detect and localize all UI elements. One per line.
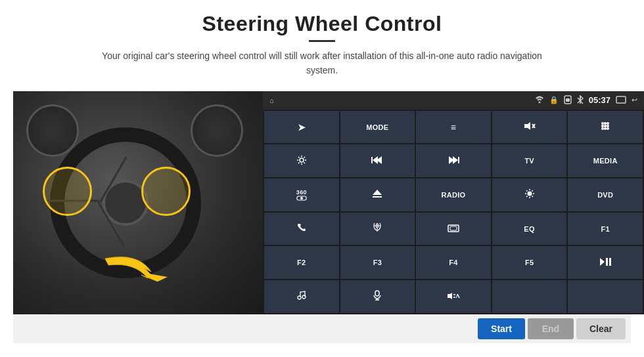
lock-icon: 🔒 [549, 96, 559, 104]
svg-point-13 [601, 127, 604, 130]
music-button[interactable] [264, 280, 339, 313]
send-icon: ➤ [298, 122, 306, 133]
f2-button[interactable]: F2 [264, 246, 339, 279]
svg-point-11 [604, 125, 607, 127]
next-button[interactable] [416, 144, 491, 177]
map-icon [372, 223, 382, 234]
eject-icon [372, 189, 382, 200]
sim-icon [564, 95, 572, 106]
screen-icon [616, 96, 626, 105]
gauge-right [191, 104, 243, 157]
f1-label: F1 [601, 225, 609, 233]
svg-point-8 [604, 122, 607, 125]
status-right: 🔒 05:37 ↩ [535, 95, 637, 106]
f4-button[interactable]: F4 [416, 246, 491, 279]
phone-button[interactable] [264, 213, 339, 245]
steering-wheel-image [13, 91, 263, 314]
f5-button[interactable]: F5 [492, 246, 567, 279]
svg-rect-19 [371, 157, 373, 163]
svg-marker-25 [373, 190, 382, 195]
back-icon[interactable]: ↩ [632, 96, 637, 104]
mute-icon [524, 121, 536, 133]
status-left: ⌂ [269, 96, 274, 104]
dvd-label: DVD [597, 191, 613, 199]
clear-button[interactable]: Clear [576, 318, 626, 339]
dvd-button[interactable]: DVD [568, 178, 643, 211]
vol-toggle-icon: / [447, 291, 460, 302]
map-button[interactable] [340, 213, 415, 245]
action-bar: Start End Clear [13, 314, 631, 343]
media-label: MEDIA [593, 157, 618, 165]
tv-label: TV [524, 157, 534, 165]
svg-point-10 [601, 125, 604, 127]
status-time: 05:37 [589, 95, 610, 105]
highlight-circle-left [43, 167, 92, 216]
head-unit-panel: ⌂ 🔒 05:37 ↩ [263, 91, 644, 314]
home-icon[interactable]: ⌂ [269, 96, 274, 104]
svg-marker-50 [448, 293, 452, 299]
wifi-icon [535, 96, 544, 104]
svg-point-7 [601, 122, 604, 125]
page-subtitle: Your original car's steering wheel contr… [99, 49, 545, 78]
prev-button[interactable] [340, 144, 415, 177]
svg-point-16 [300, 158, 304, 162]
svg-rect-26 [373, 196, 382, 198]
radio-label: RADIO [442, 191, 466, 199]
media-button[interactable]: MEDIA [568, 144, 643, 177]
eject-button[interactable] [340, 178, 415, 211]
page-title: Steering Wheel Control [13, 12, 631, 36]
highlight-circle-right [141, 167, 191, 216]
svg-rect-43 [606, 258, 608, 266]
settings-icon [296, 155, 307, 167]
status-bar: ⌂ 🔒 05:37 ↩ [263, 91, 644, 110]
title-divider [309, 40, 335, 42]
f5-label: F5 [525, 259, 534, 266]
svg-line-33 [532, 196, 532, 197]
f3-label: F3 [373, 259, 382, 266]
list-button[interactable]: ≡ [416, 111, 491, 144]
empty-cell-2 [568, 280, 643, 313]
svg-line-35 [526, 196, 527, 197]
cam360-icon: 360 [296, 189, 307, 201]
page-container: Steering Wheel Control Your original car… [0, 0, 644, 357]
f2-label: F2 [297, 259, 306, 266]
svg-point-14 [604, 127, 607, 130]
vol-toggle-button[interactable]: / [416, 280, 491, 313]
radio-button[interactable]: RADIO [416, 178, 491, 211]
screen-mirror-icon [448, 224, 459, 234]
svg-line-32 [526, 191, 527, 192]
screen-mirror-button[interactable] [416, 213, 491, 245]
steering-bg [13, 91, 263, 314]
apps-button[interactable] [568, 111, 643, 144]
svg-rect-47 [375, 291, 379, 296]
phone-icon [297, 223, 306, 234]
yellow-arrow-icon [99, 245, 177, 298]
bt-icon [577, 95, 584, 106]
mic-button[interactable] [340, 280, 415, 313]
list-icon: ≡ [451, 122, 456, 133]
gauge-left [26, 104, 79, 157]
mic-icon [373, 290, 381, 303]
svg-rect-44 [609, 258, 611, 266]
brightness-icon [524, 188, 535, 201]
eq-button[interactable]: EQ [492, 213, 567, 245]
mode-button[interactable]: MODE [340, 111, 415, 144]
eq-label: EQ [524, 225, 535, 233]
svg-point-9 [607, 122, 609, 125]
svg-rect-41 [450, 226, 457, 230]
mute-button[interactable] [492, 111, 567, 144]
cam360-button[interactable]: 360 [264, 178, 339, 211]
control-button-grid: ➤ MODE ≡ [263, 110, 644, 314]
start-button[interactable]: Start [478, 318, 525, 339]
tv-button[interactable]: TV [492, 144, 567, 177]
music-icon [297, 291, 306, 302]
settings-button[interactable] [264, 144, 339, 177]
f1-button[interactable]: F1 [568, 213, 643, 245]
brightness-button[interactable] [492, 178, 567, 211]
f3-button[interactable]: F3 [340, 246, 415, 279]
svg-marker-4 [524, 122, 530, 130]
playpause-button[interactable] [568, 246, 643, 279]
send-button[interactable]: ➤ [264, 111, 339, 144]
svg-point-12 [607, 125, 609, 127]
svg-line-34 [532, 191, 532, 192]
